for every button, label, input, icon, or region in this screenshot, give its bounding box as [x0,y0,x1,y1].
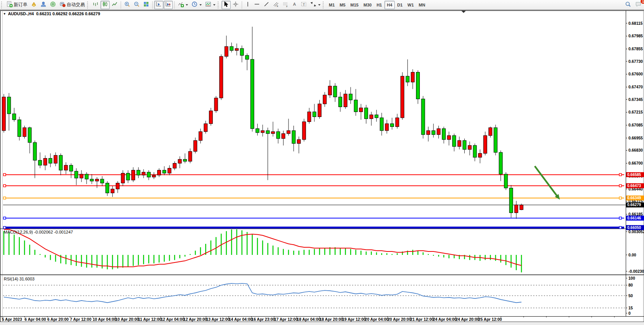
price-axis-tick-label: 0.68115 [628,21,643,26]
time-axis-label: 16 Apr 23:00 [252,317,275,322]
periods-button[interactable] [190,1,203,9]
timeframe-mn-button[interactable]: MN [416,1,427,9]
macd-indicator-label: MACD(12,26,9) -0.002062 -0.001247 [4,230,73,234]
text-button[interactable]: A [290,1,299,9]
time-axis-label: 6 Apr 20:00 [47,317,69,322]
indicators-button[interactable] [176,1,190,9]
line-drag-handle[interactable] [619,173,622,176]
candle-body [302,122,306,139]
line-drag-handle[interactable] [3,217,6,219]
tile-windows-icon [143,1,149,8]
candle-body [463,141,466,149]
candle-body [90,179,94,181]
chart-shift-button[interactable] [164,1,173,9]
candle-body [85,174,88,179]
candle-body [344,94,347,107]
vertical-line-button[interactable] [244,1,252,9]
candle-body [271,131,275,133]
toolbar-grip[interactable] [218,2,220,8]
timeframe-m15-button[interactable]: M15 [348,1,361,9]
candle-body [504,174,508,188]
tile-windows-button[interactable] [142,1,151,9]
toolbar-grip[interactable] [1,2,3,8]
line-drag-handle[interactable] [3,226,6,229]
autotrading-icon [59,1,65,8]
candle-body [354,100,357,112]
text-label-icon: T [301,1,307,8]
candle-body [183,159,187,161]
line-chart-icon [112,1,118,8]
candle-body [359,108,363,112]
candle-body [126,173,130,180]
horizontal-line-button[interactable] [252,1,261,9]
candle-body [391,124,394,127]
search-button[interactable] [623,1,633,9]
timeframe-m30-button[interactable]: M30 [361,1,374,9]
price-axis-tick-label: 0.66955 [628,136,643,140]
candle-body [380,118,383,131]
timeframe-m5-button[interactable]: M5 [337,1,348,9]
timeframe-d1-button[interactable]: D1 [395,1,405,9]
candle-body [509,188,513,213]
line-chart-button[interactable] [110,1,119,9]
price-badge-label: 0.66279 [627,203,641,207]
gold-prism-icon [31,1,37,8]
indicators-icon [178,1,184,8]
candle-body [49,158,52,163]
candlestick-chart-button[interactable] [100,1,110,9]
fibonacci-button[interactable]: F [281,1,290,9]
candle-body [447,136,451,139]
timeframe-w1-button[interactable]: W1 [405,1,416,9]
candlestick-chart-icon [102,1,108,8]
profile-icon [40,1,46,8]
arrows-button[interactable] [309,1,322,9]
autotrading-button[interactable]: 自动交易 [58,1,86,9]
trendline-button[interactable] [262,1,271,9]
candle-body [158,170,161,175]
svg-text:T: T [303,3,305,6]
candle-body [116,183,120,189]
bar-chart-button[interactable] [91,1,100,9]
gold-prism-button[interactable] [29,1,38,9]
crosshair-button[interactable] [231,1,240,9]
line-drag-handle[interactable] [3,184,6,187]
candle-body [282,134,285,139]
candle-body [147,172,150,177]
line-drag-handle[interactable] [3,197,6,199]
candle-body [453,136,456,147]
zoom-out-button[interactable] [132,1,141,9]
price-badge-label: 0.66050 [627,226,641,230]
equidistant-channel-button[interactable]: E [271,1,281,9]
templates-button[interactable] [204,1,217,9]
line-drag-handle[interactable] [619,217,622,219]
candle-body [106,183,109,193]
zoom-out-icon [134,1,140,8]
rsi-axis-label: 15 [628,306,633,310]
rsi-axis-label: 50 [628,293,633,298]
candle-body [137,170,140,175]
new-order-button[interactable]: 新订单 [5,1,29,9]
line-drag-handle[interactable] [619,226,622,229]
auto-scroll-button[interactable] [154,1,163,9]
price-chart-canvas[interactable]: 0.681150.679850.678550.677300.676000.674… [0,10,644,325]
cursor-button[interactable] [222,1,231,9]
time-axis-label: 18 Apr 04:00 [297,317,320,322]
profile-button[interactable] [39,1,48,9]
signals-button[interactable] [48,1,57,9]
collapse-triangle-icon[interactable]: ▼ [3,12,6,16]
svg-text:E: E [277,5,278,7]
timeframe-h1-button[interactable]: H1 [374,1,384,9]
toolbar-grip[interactable] [323,2,325,8]
line-drag-handle[interactable] [619,197,622,199]
timeframe-m1-button[interactable]: M1 [327,1,337,9]
zoom-in-button[interactable] [123,1,132,9]
line-drag-handle[interactable] [619,184,622,187]
candle-body [18,120,21,136]
text-label-button[interactable]: T [299,1,308,9]
toolbar-grip[interactable] [87,2,89,8]
price-axis-tick-label: 0.67600 [628,72,643,76]
timeframe-h4-button[interactable]: H4 [384,1,394,9]
line-drag-handle[interactable] [3,173,6,176]
macd-axis-label: 0.00 [628,253,636,257]
candle-body [204,124,207,132]
